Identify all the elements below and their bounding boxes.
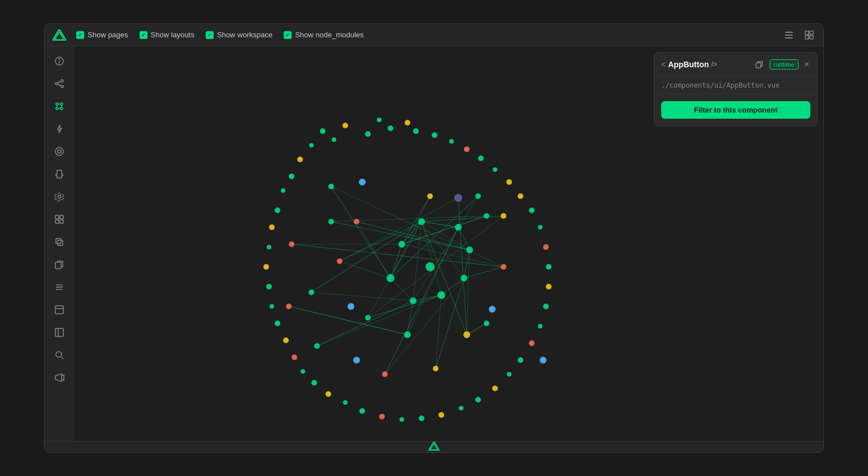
checkbox-show-pages[interactable]: Show pages — [76, 31, 128, 39]
sidebar-item-sidebar-layout[interactable] — [49, 322, 70, 343]
sidebar-item-copy[interactable] — [49, 254, 70, 275]
svg-point-125 — [379, 414, 385, 419]
svg-line-60 — [317, 301, 413, 346]
svg-point-159 — [437, 291, 445, 299]
svg-point-118 — [283, 337, 289, 343]
checkbox-pages-label: Show pages — [88, 31, 128, 39]
checkbox-node-modules-label: Show node_modules — [295, 31, 363, 39]
svg-rect-183 — [756, 63, 761, 68]
svg-point-13 — [61, 80, 63, 82]
svg-line-55 — [464, 267, 504, 278]
svg-point-26 — [55, 148, 63, 155]
svg-point-141 — [529, 207, 535, 213]
svg-rect-40 — [55, 328, 63, 336]
svg-point-163 — [463, 331, 470, 338]
app-window: Show pages Show layouts Show workspace S… — [44, 23, 824, 453]
svg-point-156 — [398, 241, 405, 248]
svg-point-145 — [478, 155, 484, 161]
svg-point-136 — [543, 304, 549, 309]
panel-close-button[interactable]: × — [803, 58, 810, 71]
svg-point-100 — [405, 120, 410, 126]
sidebar-item-settings-ring[interactable] — [49, 141, 70, 162]
svg-point-104 — [342, 123, 348, 128]
list-view-button[interactable] — [782, 28, 796, 42]
sidebar-item-gear[interactable] — [49, 187, 70, 207]
svg-point-166 — [501, 264, 506, 270]
sidebar-item-layout[interactable] — [49, 300, 70, 320]
sidebar-item-grid[interactable] — [49, 209, 70, 230]
svg-line-16 — [58, 84, 61, 86]
sidebar — [45, 46, 74, 441]
sidebar-item-search[interactable] — [49, 345, 70, 365]
svg-rect-34 — [55, 262, 61, 269]
svg-point-176 — [484, 321, 489, 326]
svg-point-162 — [455, 224, 462, 231]
svg-point-155 — [418, 218, 425, 225]
svg-point-111 — [275, 207, 280, 213]
svg-line-54 — [368, 295, 441, 318]
svg-point-142 — [518, 193, 523, 199]
sidebar-item-lightning[interactable] — [49, 119, 70, 139]
svg-line-93 — [467, 323, 487, 335]
sidebar-item-vscode[interactable] — [49, 367, 70, 388]
svg-rect-28 — [55, 215, 59, 219]
svg-point-11 — [59, 59, 60, 60]
svg-point-101 — [388, 126, 393, 131]
svg-point-179 — [501, 213, 506, 219]
svg-point-25 — [58, 150, 61, 153]
checkbox-node-modules-icon — [284, 31, 292, 39]
checkbox-workspace-label: Show workspace — [217, 31, 272, 39]
sidebar-item-info[interactable] — [49, 51, 70, 71]
svg-point-148 — [432, 132, 437, 138]
bottom-bar — [45, 441, 823, 452]
svg-point-149 — [359, 179, 366, 185]
copy-path-button[interactable] — [754, 59, 765, 70]
svg-line-82 — [340, 261, 390, 278]
checkbox-show-node-modules[interactable]: Show node_modules — [284, 31, 363, 39]
svg-point-132 — [507, 372, 511, 377]
svg-line-48 — [441, 278, 464, 295]
svg-point-116 — [270, 304, 274, 309]
svg-point-137 — [546, 284, 552, 289]
svg-line-90 — [390, 196, 430, 278]
svg-point-173 — [433, 366, 439, 371]
sidebar-item-plugin[interactable] — [49, 164, 70, 184]
checkbox-show-layouts[interactable]: Show layouts — [140, 31, 194, 39]
svg-point-140 — [538, 225, 542, 230]
sidebar-item-list[interactable] — [49, 277, 70, 297]
svg-line-83 — [311, 292, 413, 301]
main-area: < AppButton /> runtime × ./components/ui… — [45, 46, 823, 441]
svg-point-126 — [400, 417, 404, 422]
svg-line-53 — [407, 301, 413, 335]
sidebar-item-components[interactable] — [49, 96, 70, 116]
svg-point-107 — [309, 143, 314, 148]
svg-point-129 — [459, 406, 463, 410]
svg-line-92 — [436, 295, 441, 369]
svg-point-127 — [419, 416, 424, 421]
more-options-button[interactable]: ⋮ — [804, 28, 814, 41]
svg-point-180 — [328, 184, 334, 189]
sidebar-item-layers[interactable] — [49, 232, 70, 252]
sidebar-item-graph[interactable] — [49, 73, 70, 94]
svg-line-43 — [61, 357, 63, 359]
svg-point-122 — [326, 391, 331, 397]
panel-header: < AppButton /> runtime × — [654, 53, 817, 77]
svg-point-103 — [365, 131, 371, 137]
svg-point-178 — [289, 241, 294, 247]
svg-marker-0 — [53, 29, 66, 41]
svg-point-19 — [56, 107, 58, 110]
svg-point-110 — [281, 188, 285, 193]
svg-point-124 — [359, 408, 365, 414]
graph-content[interactable]: < AppButton /> runtime × ./components/ui… — [74, 46, 823, 441]
svg-point-99 — [413, 128, 419, 134]
svg-point-42 — [56, 352, 62, 357]
svg-point-165 — [365, 315, 371, 321]
filter-to-component-button[interactable]: Filter to this component — [661, 101, 810, 119]
svg-point-119 — [292, 354, 297, 360]
svg-point-154 — [426, 262, 435, 271]
svg-point-108 — [297, 157, 303, 162]
checkbox-pages-icon — [76, 31, 84, 39]
svg-point-18 — [60, 103, 63, 105]
toolbar-checkboxes: Show pages Show layouts Show workspace S… — [76, 31, 772, 39]
checkbox-show-workspace[interactable]: Show workspace — [206, 31, 272, 39]
